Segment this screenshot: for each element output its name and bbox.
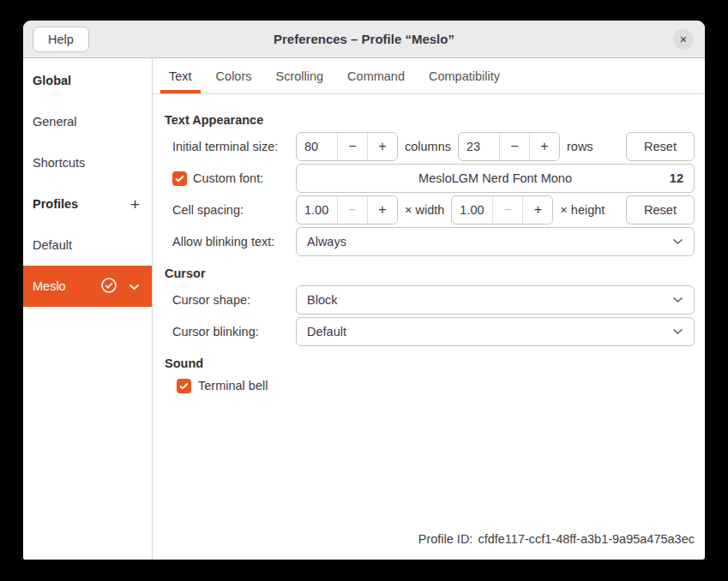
blinking-text-dropdown[interactable]: Always xyxy=(296,227,695,256)
blinking-text-value: Always xyxy=(307,235,346,249)
tab-text[interactable]: Text xyxy=(159,58,202,93)
tab-label: Text xyxy=(169,69,192,83)
columns-value[interactable]: 80 xyxy=(297,133,337,160)
section-title-text-appearance: Text Appearance xyxy=(165,113,705,127)
cell-width-increment-button[interactable]: + xyxy=(367,196,397,224)
tab-bar: Text Colors Scrolling Command Compatibil… xyxy=(153,58,705,94)
sidebar: Global General Shortcuts Profiles + Defa… xyxy=(23,58,153,560)
cell-height-increment-button[interactable]: + xyxy=(522,196,552,224)
terminal-bell-label: Terminal bell xyxy=(198,379,268,392)
cursor-shape-dropdown[interactable]: Block xyxy=(296,285,695,314)
cell-width-unit-label: × width xyxy=(405,203,444,217)
font-name: MesloLGM Nerd Font Mono xyxy=(418,171,572,185)
terminal-size-reset-button[interactable]: Reset xyxy=(626,132,695,161)
profile-id-footer: Profile ID: cfdfe117-ccf1-48ff-a3b1-9a95… xyxy=(418,532,695,546)
cell-width-spinner: 1.00 − + xyxy=(296,195,398,225)
tab-colors[interactable]: Colors xyxy=(207,58,262,93)
rows-unit-label: rows xyxy=(567,140,593,153)
terminal-bell-row: Terminal bell xyxy=(177,375,695,396)
sidebar-item-label: Default xyxy=(33,238,72,252)
terminal-bell-checkbox[interactable] xyxy=(177,379,191,393)
custom-font-checkbox[interactable] xyxy=(172,171,187,186)
rows-increment-button[interactable]: + xyxy=(529,133,559,160)
sidebar-item-general[interactable]: General xyxy=(23,101,152,142)
blinking-text-row: Allow blinking text: Always xyxy=(172,227,695,256)
profile-id-label: Profile ID: xyxy=(418,532,473,546)
add-profile-button[interactable]: + xyxy=(130,196,140,213)
profile-active-check-icon xyxy=(100,277,117,296)
cell-height-value[interactable]: 1.00 xyxy=(452,196,492,224)
cell-spacing-reset-button[interactable]: Reset xyxy=(626,195,695,225)
section-title-sound: Sound xyxy=(165,356,705,370)
cursor-blinking-label: Cursor blinking: xyxy=(172,325,289,338)
sidebar-item-label: Meslo xyxy=(33,279,66,293)
rows-decrement-button[interactable]: − xyxy=(499,133,529,160)
columns-spinner: 80 − + xyxy=(296,132,398,161)
sidebar-item-label: Profiles xyxy=(33,197,78,211)
help-button[interactable]: Help xyxy=(33,27,89,52)
custom-font-row: Custom font: MesloLGM Nerd Font Mono 12 xyxy=(172,164,695,193)
columns-unit-label: columns xyxy=(405,140,451,153)
sidebar-item-meslo-profile[interactable]: Meslo xyxy=(23,266,152,307)
tab-scrolling[interactable]: Scrolling xyxy=(267,58,334,93)
preferences-window: Help Preferences – Profile “Meslo” × Glo… xyxy=(23,21,705,560)
cursor-blinking-dropdown[interactable]: Default xyxy=(296,317,695,346)
rows-value[interactable]: 23 xyxy=(459,133,499,160)
cursor-shape-value: Block xyxy=(307,293,337,307)
columns-increment-button[interactable]: + xyxy=(367,133,397,160)
cursor-blinking-value: Default xyxy=(307,325,346,338)
font-size: 12 xyxy=(670,171,683,185)
sidebar-item-global[interactable]: Global xyxy=(23,60,152,101)
profile-menu-chevron-icon[interactable] xyxy=(129,279,140,293)
font-chooser-button[interactable]: MesloLGM Nerd Font Mono 12 xyxy=(296,164,695,193)
cell-height-spinner: 1.00 − + xyxy=(451,195,553,225)
chevron-down-icon xyxy=(672,328,683,335)
terminal-size-label: Initial terminal size: xyxy=(172,140,289,153)
checkmark-icon xyxy=(179,382,189,390)
close-icon: × xyxy=(680,29,688,50)
sidebar-item-label: Shortcuts xyxy=(33,156,85,170)
chevron-down-icon xyxy=(672,238,683,245)
checkmark-icon xyxy=(175,175,184,183)
tab-label: Colors xyxy=(216,69,252,83)
tab-label: Command xyxy=(347,69,405,83)
sidebar-item-label: General xyxy=(33,115,77,129)
sidebar-item-shortcuts[interactable]: Shortcuts xyxy=(23,142,152,183)
cell-width-decrement-button: − xyxy=(337,196,367,224)
rows-spinner: 23 − + xyxy=(458,132,560,161)
cursor-blinking-row: Cursor blinking: Default xyxy=(172,317,695,346)
cursor-shape-row: Cursor shape: Block xyxy=(172,285,695,314)
cell-height-decrement-button: − xyxy=(492,196,522,224)
cell-spacing-label: Cell spacing: xyxy=(172,203,289,217)
close-button[interactable]: × xyxy=(673,29,694,50)
titlebar: Help Preferences – Profile “Meslo” × xyxy=(23,21,705,58)
tab-label: Compatibility xyxy=(429,69,500,83)
columns-decrement-button[interactable]: − xyxy=(337,133,367,160)
terminal-size-row: Initial terminal size: 80 − + columns 23… xyxy=(172,132,695,161)
cell-spacing-row: Cell spacing: 1.00 − + × width 1.00 − + … xyxy=(172,195,695,225)
text-tab-content: Text Appearance Initial terminal size: 8… xyxy=(153,94,705,560)
chevron-down-icon xyxy=(672,296,683,303)
window-title: Preferences – Profile “Meslo” xyxy=(274,32,454,46)
cell-width-value[interactable]: 1.00 xyxy=(297,196,337,224)
tab-compatibility[interactable]: Compatibility xyxy=(419,58,509,93)
blinking-text-label: Allow blinking text: xyxy=(172,235,289,249)
section-title-cursor: Cursor xyxy=(165,267,705,280)
sidebar-item-default-profile[interactable]: Default xyxy=(23,225,152,266)
custom-font-label: Custom font: xyxy=(193,171,263,185)
profile-id-value: cfdfe117-ccf1-48ff-a3b1-9a95a475a3ec xyxy=(478,532,695,546)
tab-command[interactable]: Command xyxy=(338,58,414,93)
cursor-shape-label: Cursor shape: xyxy=(172,293,289,307)
tab-label: Scrolling xyxy=(276,69,324,83)
sidebar-item-label: Global xyxy=(33,74,71,87)
cell-height-unit-label: × height xyxy=(560,203,605,217)
sidebar-item-profiles: Profiles + xyxy=(23,183,152,225)
